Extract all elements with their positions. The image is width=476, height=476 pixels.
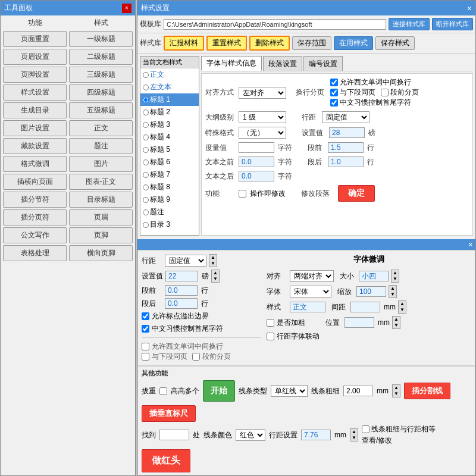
micro-font-select[interactable]: 宋体黑体楷体 [290,286,331,298]
spacing-spinner-down[interactable]: ▼ [399,307,406,313]
btn-figure-body[interactable]: 图表-正文 [69,174,133,190]
btn-table-process[interactable]: 表格处理 [3,245,67,261]
btn-caption[interactable]: 题注 [69,138,133,154]
confirm-btn[interactable]: 确定 [338,185,375,202]
style-item-biaoti2[interactable]: 标题 2 [140,106,199,118]
style-item-biaoti9[interactable]: 标题 9 [140,193,199,206]
insert-split-btn[interactable]: 插分割线 [404,383,450,399]
style-item-biaoti4[interactable]: 标题 4 [140,131,199,143]
allow-western-check[interactable] [330,79,338,86]
micro-align-select[interactable]: 两端对齐左对齐居中 [290,270,334,282]
chinese-ctrl-check[interactable] [330,99,338,107]
before-para-input[interactable] [328,142,364,153]
after-text-input[interactable] [239,171,274,181]
lib-tab-in-use[interactable]: 在用样式 [334,36,373,50]
set-value-input[interactable] [329,127,365,138]
same-para-check[interactable] [330,89,338,96]
after-para-input[interactable] [328,156,364,167]
btn-official-writing[interactable]: 公文写作 [3,227,67,243]
make-red-header-btn[interactable]: 做红头 [142,449,190,472]
btn-insert-landscape[interactable]: 插横向页面 [3,174,67,190]
template-lib-path[interactable] [164,19,386,30]
btn-image-settings[interactable]: 图片设置 [3,120,67,136]
micro-line-spacing-select[interactable]: 固定值单倍多倍 [165,255,206,267]
align-select[interactable]: 左对齐居中右对齐 [239,87,286,99]
line-spacing-spinner[interactable]: ▲ ▼ [209,254,217,267]
line-color-select[interactable]: 红色黑色蓝色 [236,429,265,441]
line-spacing-spinner-down[interactable]: ▼ [350,435,358,441]
line-thick-input[interactable] [343,386,373,396]
position-spinner-up[interactable]: ▲ [393,317,400,322]
btn-footer[interactable]: 页脚 [69,227,133,243]
height-check[interactable] [159,387,167,395]
style-item-biaoti6[interactable]: 标题 6 [140,156,199,168]
style-item-zuowenben[interactable]: 左文本 [140,81,199,93]
micro-spacing-input[interactable] [350,302,380,312]
btn-heading4[interactable]: 四级标题 [69,84,133,101]
page-break-check[interactable] [381,89,389,96]
find-input[interactable] [159,430,189,440]
lib-tab-reset[interactable]: 重置样式 [206,36,247,51]
micro-position-input[interactable] [345,317,374,328]
line-spacing-spinner[interactable]: ▲ ▼ [350,428,358,441]
position-spinner[interactable]: ▲ ▼ [392,316,400,329]
spacing-spinner-up[interactable]: ▲ [399,301,406,307]
spacing-spinner[interactable]: ▲ ▼ [398,300,406,314]
disconnect-btn[interactable]: 断开样式库 [432,18,473,30]
btn-page-reset[interactable]: 页面重置 [3,31,67,47]
line-thick-spinner[interactable]: ▲ ▼ [392,384,400,397]
page-break-check2[interactable] [192,353,200,361]
outline-select[interactable]: 1 级2 级正文 [239,111,286,123]
btn-watermark-settings[interactable]: 藏款设置 [3,138,67,154]
style-item-biaoti8[interactable]: 标题 8 [140,181,199,193]
scale-spinner-up[interactable]: ▲ [389,286,396,292]
style-item-mulu3[interactable]: 目录 3 [140,218,199,231]
same-para-check2[interactable] [142,353,149,361]
style-item-biaoti3[interactable]: 标题 3 [140,118,199,131]
line-type-select[interactable]: 单红线双红线单黑线 [271,385,308,397]
btn-heading2[interactable]: 二级标题 [69,49,133,65]
btn-footer-settings[interactable]: 页脚设置 [3,67,67,83]
btn-style-settings[interactable]: 样式设置 [3,84,67,101]
lib-tab-save-range[interactable]: 保存范围 [292,36,331,50]
micro-chinese-ctrl-check[interactable] [142,325,149,333]
micro-set-value-input[interactable] [165,271,198,281]
micro-linked-check[interactable] [267,333,274,340]
lib-tab-delete[interactable]: 删除样式 [249,36,290,51]
size-spinner[interactable]: ▲ ▼ [391,270,399,283]
line-spacing-spinner-up[interactable]: ▲ [350,429,358,435]
operate-check[interactable] [239,190,246,198]
style-item-zhengwen[interactable]: 正文 [140,68,199,81]
scale-spinner-down[interactable]: ▼ [389,292,396,298]
size-spinner-down[interactable]: ▼ [392,276,399,282]
micro-allow-overflow-check[interactable] [142,312,149,320]
set-value-spinner[interactable]: ▲ ▼ [211,270,220,283]
lib-tab-report[interactable]: 汇报材料 [164,36,204,51]
btn-insert-section[interactable]: 插分节符 [3,192,67,208]
spinner-down[interactable]: ▼ [209,261,217,267]
line-equal-check[interactable] [362,425,369,433]
line-spacing-input[interactable] [301,430,331,440]
line-spacing-select[interactable]: 固定值单倍行距多倍行距 [322,111,369,123]
connect-btn[interactable]: 连接样式库 [389,18,430,30]
btn-heading5[interactable]: 五级标题 [69,102,133,118]
btn-format-adjust[interactable]: 格式微调 [3,156,67,172]
btn-heading1[interactable]: 一级标题 [69,31,133,47]
special-select[interactable]: （无）首行缩进悬挂缩进 [239,127,286,139]
style-item-biaoti1[interactable]: 标题 1 [140,93,199,106]
position-spinner-down[interactable]: ▼ [393,322,400,328]
tab-para-settings[interactable]: 段落设置 [263,56,302,71]
start-btn[interactable]: 开始 [203,380,235,402]
btn-insert-pagebreak[interactable]: 插分页符 [3,209,67,226]
allow-western-check2[interactable] [142,343,149,350]
btn-heading3[interactable]: 三级标题 [69,67,133,83]
line-thick-spinner-up[interactable]: ▲ [393,385,400,391]
btn-gen-toc[interactable]: 生成目录 [3,102,67,118]
micro-scale-input[interactable] [356,286,386,297]
style-item-biaoti7[interactable]: 标题 7 [140,168,199,181]
tab-font-info[interactable]: 字体与样式信息 [201,56,262,71]
micro-panel-close[interactable]: × [468,240,473,249]
micro-after-para-input[interactable] [165,298,198,309]
micro-before-para-input[interactable] [165,285,198,296]
tab-numbering[interactable]: 编号设置 [303,56,343,71]
